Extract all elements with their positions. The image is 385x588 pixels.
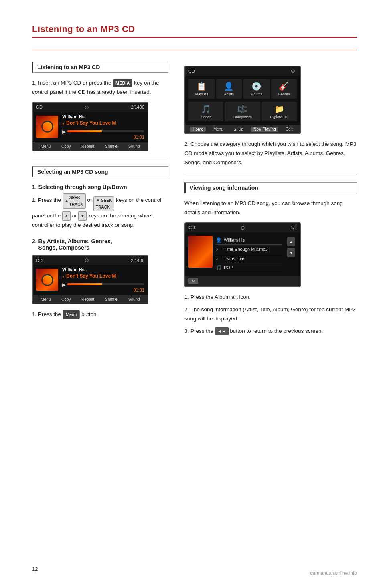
footer-sound-1: Sound bbox=[127, 144, 142, 149]
info-scroll-btns: ▲ ▼ bbox=[286, 236, 297, 272]
nav-edit: Edit bbox=[283, 127, 295, 132]
info-lines: 👤 William Hs ♪ Time Enough Mix.mp3 ♪ Twi… bbox=[216, 236, 282, 272]
progress-fill-2 bbox=[67, 283, 102, 285]
info-song-value: Time Enough Mix.mp3 bbox=[224, 247, 268, 252]
right-column: CD ⊙ 📋 Playlists 👤 Artists 💿 Albums bbox=[184, 62, 357, 340]
main-content: Listening to an MP3 CD 1. Insert an MP3 … bbox=[32, 62, 357, 340]
left-column: Listening to an MP3 CD 1. Insert an MP3 … bbox=[32, 62, 168, 324]
info-genre-line: 🎵 POP bbox=[216, 263, 282, 272]
cat-genres-label: Genres bbox=[278, 92, 290, 96]
explore-icon: 📁 bbox=[274, 104, 284, 114]
cat-grid-row1: 📋 Playlists 👤 Artists 💿 Albums 🎸 Genres bbox=[185, 76, 300, 102]
screen1-footer: Menu Copy Repeat Shuffle Sound bbox=[33, 142, 148, 151]
section-divider-1 bbox=[32, 159, 168, 159]
screen1-time: 01:31 bbox=[62, 135, 144, 139]
screen2-song: Don't Say You Love M bbox=[66, 273, 116, 279]
album-art-2 bbox=[36, 269, 58, 291]
screen1-song: Don't Say You Love M bbox=[66, 120, 116, 126]
cat-artists-label: Artists bbox=[224, 92, 234, 96]
screen2-info: William Hs ♪ Don't Say You Love M ▶ 01:3… bbox=[62, 267, 144, 292]
steer-up-btn: ▲ bbox=[62, 211, 71, 221]
cat-nav: Home Menu ▲ Up Now Playing Edit bbox=[185, 125, 300, 133]
cd-screen-info: CD ⊙ 1/2 👤 William Hs ♪ Time Enough Mix.… bbox=[184, 222, 301, 287]
screen1-track: 2/1406 bbox=[131, 105, 144, 109]
sub-heading-2: 2. By Artists, Albums, Genres, Songs, Co… bbox=[32, 238, 168, 251]
info-genre-value: POP bbox=[224, 265, 233, 270]
artists-icon: 👤 bbox=[224, 81, 234, 91]
screen1-body: William Hs ♪ Don't Say You Love M ▶ 01:3… bbox=[33, 112, 148, 142]
info-album-value: Twins Live bbox=[224, 256, 244, 261]
cat-explore-label: Explore CD bbox=[270, 115, 288, 119]
scroll-up-btn[interactable]: ▲ bbox=[287, 237, 295, 246]
step2-choose-category: 2. Choose the category through which you… bbox=[184, 140, 357, 167]
screen2-artist: William Hs bbox=[62, 267, 144, 272]
info-screen-header: CD ⊙ 1/2 bbox=[185, 223, 300, 232]
screen1-label: CD bbox=[36, 105, 43, 109]
steer-down-btn: ▼ bbox=[78, 211, 87, 221]
cat-artists: 👤 Artists bbox=[216, 79, 242, 99]
cat-songs-label: Songs bbox=[201, 115, 211, 119]
info-artist-line: 👤 William Hs bbox=[216, 236, 282, 245]
seek-down-btn: ▼ SEEKTRACK bbox=[93, 196, 114, 211]
menu-badge: Menu bbox=[63, 310, 80, 319]
info-album-art bbox=[188, 236, 213, 268]
page-title: Listening to an MP3 CD bbox=[32, 24, 357, 38]
viewing-heading: Viewing song information bbox=[184, 182, 357, 193]
cat-playlists-label: Playlists bbox=[195, 92, 208, 96]
listening-step1: 1. Insert an MP3 CD or press the MEDIA k… bbox=[32, 79, 168, 97]
scroll-down-btn[interactable]: ▼ bbox=[287, 248, 295, 257]
menu-btn-instruction: 1. Press the Menu button. bbox=[32, 310, 168, 319]
footer-copy-1: Copy bbox=[60, 144, 72, 149]
songs-icon: 🎵 bbox=[201, 104, 211, 114]
listening-heading: Listening to an MP3 CD bbox=[32, 62, 168, 73]
cat-composers: 🎼 Composers bbox=[225, 102, 260, 121]
screen2-body: William Hs ♪ Don't Say You Love M ▶ 01:3… bbox=[33, 265, 148, 295]
cat-screen-header: CD ⊙ bbox=[185, 66, 300, 76]
album-art-1 bbox=[36, 116, 58, 138]
screen2-footer: Menu Copy Repeat Shuffle Sound bbox=[33, 295, 148, 304]
cd-screen-cat: CD ⊙ 📋 Playlists 👤 Artists 💿 Albums bbox=[184, 66, 301, 134]
screen1-header: CD ⊙ 2/1406 bbox=[33, 103, 148, 112]
composers-icon: 🎼 bbox=[237, 104, 247, 114]
seek-up-btn: ▲ SEEKTRACK bbox=[63, 193, 86, 209]
nav-home: Home bbox=[190, 127, 206, 132]
info-label: CD bbox=[188, 225, 195, 230]
viewing-step3: 3. Press the ◄◄ button to return to the … bbox=[184, 327, 357, 336]
song-line-icon: ♪ bbox=[216, 246, 221, 252]
cat-songs: 🎵 Songs bbox=[188, 102, 223, 121]
viewing-steps: 1. Press the Album art icon. 2. The song… bbox=[184, 293, 357, 336]
playlists-icon: 📋 bbox=[197, 81, 207, 91]
screen2-track: 2/1406 bbox=[131, 258, 144, 263]
cat-explore: 📁 Explore CD bbox=[262, 102, 297, 121]
cat-albums: 💿 Albums bbox=[243, 79, 270, 99]
viewing-step2: 2. The song information (Artist, Title, … bbox=[184, 305, 357, 324]
screen2-header: CD ⊙ 2/1406 bbox=[33, 256, 148, 265]
info-back-btn[interactable]: ↩ bbox=[188, 278, 198, 284]
nav-now-playing: Now Playing bbox=[251, 127, 278, 132]
info-song-line: ♪ Time Enough Mix.mp3 bbox=[216, 245, 282, 254]
nav-menu: Menu bbox=[211, 127, 226, 132]
cat-label: CD bbox=[188, 69, 195, 74]
nav-up: ▲ Up bbox=[231, 127, 246, 132]
info-page: 1/2 bbox=[291, 225, 297, 230]
genre-line-icon: 🎵 bbox=[216, 265, 221, 270]
genres-icon: 🎸 bbox=[279, 81, 289, 91]
step1-text: 1. Insert an MP3 CD or press the MEDIA k… bbox=[32, 80, 159, 95]
cat-grid-row2: 🎵 Songs 🎼 Composers 📁 Explore CD bbox=[185, 102, 300, 125]
viewing-step1: 1. Press the Album art icon. bbox=[184, 293, 357, 302]
screen1-artist: William Hs bbox=[62, 114, 144, 119]
album-art-inner-2 bbox=[41, 274, 53, 286]
cat-albums-label: Albums bbox=[250, 92, 262, 96]
artist-line-icon: 👤 bbox=[216, 237, 221, 243]
progress-fill-1 bbox=[67, 130, 102, 132]
screen2-label: CD bbox=[36, 258, 43, 263]
title-divider bbox=[32, 50, 357, 50]
media-key: MEDIA bbox=[113, 79, 132, 87]
info-body: 👤 William Hs ♪ Time Enough Mix.mp3 ♪ Twi… bbox=[185, 232, 300, 276]
albums-icon: 💿 bbox=[251, 81, 261, 91]
footer-repeat-2: Repeat bbox=[80, 297, 96, 302]
sub-heading-1: 1. Selecting through song Up/Down bbox=[32, 184, 168, 190]
info-footer: ↩ bbox=[185, 276, 300, 286]
footer-repeat-1: Repeat bbox=[80, 144, 96, 149]
section-divider-2 bbox=[184, 175, 357, 175]
